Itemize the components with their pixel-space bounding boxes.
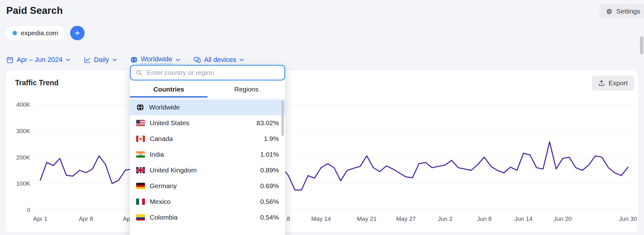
- country-name: Mexico: [150, 198, 255, 205]
- co-flag-icon: [136, 214, 145, 221]
- globe-icon: [130, 56, 138, 64]
- svg-text:0: 0: [27, 207, 30, 213]
- export-button[interactable]: Export: [592, 76, 634, 91]
- svg-text:Apr 1: Apr 1: [33, 215, 47, 222]
- country-list-item[interactable]: United States83.02%: [130, 115, 285, 131]
- gear-icon: [606, 8, 613, 15]
- country-name: Canada: [150, 135, 259, 143]
- svg-text:300K: 300K: [16, 128, 31, 134]
- country-name: Worldwide: [149, 104, 274, 111]
- devices-icon: [193, 56, 201, 64]
- svg-text:May 27: May 27: [396, 215, 416, 222]
- settings-label: Settings: [616, 8, 640, 15]
- country-share: 83.02%: [257, 119, 279, 127]
- ca-flag-icon: [136, 136, 145, 142]
- in-flag-icon: [136, 151, 145, 158]
- tab-countries[interactable]: Countries: [130, 81, 208, 97]
- country-name: India: [150, 151, 255, 158]
- country-list-item[interactable]: United Kingdom0.89%: [130, 162, 285, 178]
- svg-text:Jun 2: Jun 2: [438, 215, 452, 222]
- chevron-down-icon: [175, 59, 180, 61]
- svg-text:May 21: May 21: [357, 215, 376, 222]
- filter-devices[interactable]: All devices: [193, 56, 244, 64]
- chevron-down-icon: [112, 59, 117, 61]
- country-list-item[interactable]: India1.01%: [130, 147, 285, 162]
- export-icon: [598, 80, 605, 87]
- trend-line: [40, 142, 628, 190]
- card-title: Traffic Trend: [15, 79, 58, 87]
- svg-text:Jun 20: Jun 20: [554, 215, 572, 222]
- filter-location[interactable]: Worldwide: [130, 55, 180, 64]
- country-share: 0.54%: [260, 214, 279, 221]
- worldwide-globe-icon: [136, 103, 144, 111]
- search-icon: [136, 69, 142, 76]
- country-search[interactable]: [130, 65, 285, 81]
- page-scrollbar-thumb[interactable]: [640, 36, 643, 54]
- svg-text:400K: 400K: [16, 101, 31, 108]
- svg-text:Apr 8: Apr 8: [79, 215, 93, 222]
- line-chart-icon: [84, 56, 91, 64]
- filter-bar: Apr – Jun 2024 Daily Worldwide: [6, 55, 244, 64]
- country-list-item[interactable]: Colombia0.54%: [130, 210, 285, 225]
- svg-text:Jun 30: Jun 30: [619, 215, 637, 222]
- gb-flag-icon: [136, 167, 145, 173]
- dropdown-tabs: Countries Regions: [130, 81, 285, 98]
- country-list-item[interactable]: Mexico0.56%: [130, 194, 285, 210]
- mx-flag-icon: [136, 199, 145, 205]
- plus-icon: [74, 30, 81, 36]
- country-name: Germany: [150, 182, 255, 190]
- country-list: WorldwideUnited States83.02%Canada1.9%In…: [130, 98, 285, 225]
- country-share: 0.56%: [260, 198, 279, 205]
- svg-text:May 14: May 14: [311, 215, 331, 222]
- page-title: Paid Search: [6, 5, 644, 16]
- country-share: 0.89%: [260, 166, 279, 174]
- country-name: United Kingdom: [150, 166, 255, 174]
- country-list-item[interactable]: Germany0.69%: [130, 178, 285, 194]
- svg-text:200K: 200K: [16, 154, 31, 161]
- filter-location-label: Worldwide: [141, 55, 172, 64]
- country-share: 1.01%: [260, 151, 279, 158]
- traffic-trend-chart: 0100K200K300K400KApr 1Apr 8Apr 15Apr 22A…: [6, 98, 638, 227]
- domain-chip[interactable]: expedia.com: [6, 26, 65, 40]
- country-search-input[interactable]: [146, 69, 280, 77]
- country-list-item[interactable]: Worldwide: [130, 99, 285, 115]
- country-name: United States: [150, 119, 252, 127]
- settings-button[interactable]: Settings: [599, 4, 644, 19]
- filter-devices-label: All devices: [204, 56, 236, 64]
- svg-text:100K: 100K: [16, 180, 31, 187]
- chevron-down-icon: [239, 59, 244, 61]
- country-name: Colombia: [150, 214, 255, 221]
- traffic-trend-card: Traffic Trend Export 0100K200K300K400KAp…: [6, 70, 638, 232]
- domain-dot-icon: [13, 31, 17, 35]
- svg-text:Jun 14: Jun 14: [514, 215, 532, 222]
- export-label: Export: [608, 79, 628, 87]
- us-flag-icon: [136, 120, 145, 126]
- domain-chips-row: expedia.com: [6, 26, 85, 40]
- location-dropdown-panel: Countries Regions WorldwideUnited States…: [130, 65, 285, 235]
- calendar-icon: [6, 56, 14, 64]
- country-list-item[interactable]: Canada1.9%: [130, 131, 285, 147]
- country-share: 0.69%: [260, 182, 279, 190]
- svg-text:Jun 8: Jun 8: [477, 215, 491, 222]
- filter-date-range-label: Apr – Jun 2024: [17, 56, 63, 64]
- filter-granularity[interactable]: Daily: [84, 56, 117, 64]
- tab-regions[interactable]: Regions: [208, 81, 285, 97]
- chevron-down-icon: [66, 59, 70, 61]
- de-flag-icon: [136, 183, 145, 189]
- filter-date-range[interactable]: Apr – Jun 2024: [6, 56, 70, 64]
- scrollbar-thumb[interactable]: [281, 101, 284, 136]
- filter-granularity-label: Daily: [94, 56, 109, 64]
- country-share: 1.9%: [264, 135, 279, 143]
- domain-chip-label: expedia.com: [21, 29, 58, 37]
- add-domain-button[interactable]: [70, 26, 85, 40]
